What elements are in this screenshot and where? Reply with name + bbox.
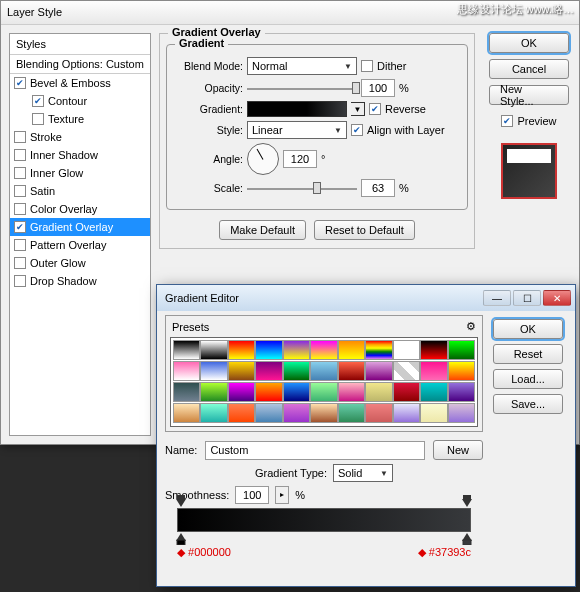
opacity-value[interactable]: 100 bbox=[361, 79, 395, 97]
angle-value[interactable]: 120 bbox=[283, 150, 317, 168]
preset-swatch[interactable] bbox=[200, 340, 227, 360]
style-item-color-overlay[interactable]: Color Overlay bbox=[10, 200, 150, 218]
opacity-slider[interactable] bbox=[247, 80, 357, 96]
make-default-button[interactable]: Make Default bbox=[219, 220, 306, 240]
preset-swatch[interactable] bbox=[173, 382, 200, 402]
preset-swatch[interactable] bbox=[310, 340, 337, 360]
preset-swatch[interactable] bbox=[228, 361, 255, 381]
preset-swatch[interactable] bbox=[200, 382, 227, 402]
preset-swatch[interactable] bbox=[200, 403, 227, 423]
preset-swatch[interactable] bbox=[338, 361, 365, 381]
grad-type-combo[interactable]: Solid bbox=[333, 464, 393, 482]
new-button[interactable]: New bbox=[433, 440, 483, 460]
dither-checkbox[interactable] bbox=[361, 60, 373, 72]
preset-swatch[interactable] bbox=[393, 340, 420, 360]
style-item-texture[interactable]: Texture bbox=[10, 110, 150, 128]
preset-swatch[interactable] bbox=[310, 361, 337, 381]
preset-swatch[interactable] bbox=[338, 382, 365, 402]
preset-swatch[interactable] bbox=[255, 382, 282, 402]
style-item-outer-glow[interactable]: Outer Glow bbox=[10, 254, 150, 272]
ge-reset-button[interactable]: Reset bbox=[493, 344, 563, 364]
preset-swatch[interactable] bbox=[310, 403, 337, 423]
ge-load-button[interactable]: Load... bbox=[493, 369, 563, 389]
preset-swatch[interactable] bbox=[420, 403, 447, 423]
preset-swatch[interactable] bbox=[448, 382, 475, 402]
style-checkbox[interactable] bbox=[14, 149, 26, 161]
preset-swatch[interactable] bbox=[255, 403, 282, 423]
smoothness-dropdown-icon[interactable]: ▸ bbox=[275, 486, 289, 504]
preset-swatch[interactable] bbox=[365, 382, 392, 402]
preset-swatch[interactable] bbox=[228, 340, 255, 360]
close-icon[interactable]: ✕ bbox=[543, 290, 571, 306]
style-checkbox[interactable]: ✔ bbox=[32, 95, 44, 107]
name-input[interactable] bbox=[205, 441, 425, 460]
preset-swatch[interactable] bbox=[173, 403, 200, 423]
align-checkbox[interactable]: ✔ bbox=[351, 124, 363, 136]
style-checkbox[interactable] bbox=[14, 131, 26, 143]
preset-swatch[interactable] bbox=[365, 340, 392, 360]
preset-swatch[interactable] bbox=[365, 361, 392, 381]
angle-dial[interactable] bbox=[247, 143, 279, 175]
blending-options[interactable]: Blending Options: Custom bbox=[10, 55, 150, 74]
style-checkbox[interactable] bbox=[14, 203, 26, 215]
style-checkbox[interactable]: ✔ bbox=[14, 221, 26, 233]
style-item-contour[interactable]: ✔Contour bbox=[10, 92, 150, 110]
preset-swatch[interactable] bbox=[283, 403, 310, 423]
style-checkbox[interactable] bbox=[14, 185, 26, 197]
style-item-drop-shadow[interactable]: Drop Shadow bbox=[10, 272, 150, 290]
gradient-bar[interactable] bbox=[177, 508, 471, 532]
style-checkbox[interactable] bbox=[14, 275, 26, 287]
gradient-dropdown-icon[interactable]: ▼ bbox=[351, 102, 365, 116]
preset-swatch[interactable] bbox=[420, 361, 447, 381]
preset-swatch[interactable] bbox=[420, 340, 447, 360]
preset-swatch[interactable] bbox=[310, 382, 337, 402]
ge-titlebar[interactable]: Gradient Editor — ☐ ✕ bbox=[157, 285, 575, 311]
preset-swatch[interactable] bbox=[228, 403, 255, 423]
style-item-satin[interactable]: Satin bbox=[10, 182, 150, 200]
maximize-icon[interactable]: ☐ bbox=[513, 290, 541, 306]
style-checkbox[interactable]: ✔ bbox=[14, 77, 26, 89]
preset-swatch[interactable] bbox=[393, 403, 420, 423]
style-item-stroke[interactable]: Stroke bbox=[10, 128, 150, 146]
preset-swatch[interactable] bbox=[255, 361, 282, 381]
ok-button[interactable]: OK bbox=[489, 33, 569, 53]
new-style-button[interactable]: New Style... bbox=[489, 85, 569, 105]
color-stop-right[interactable] bbox=[462, 533, 472, 545]
preset-swatch[interactable] bbox=[420, 382, 447, 402]
scale-value[interactable]: 63 bbox=[361, 179, 395, 197]
style-item-gradient-overlay[interactable]: ✔Gradient Overlay bbox=[10, 218, 150, 236]
cancel-button[interactable]: Cancel bbox=[489, 59, 569, 79]
preset-swatch[interactable] bbox=[393, 361, 420, 381]
preset-swatch[interactable] bbox=[393, 382, 420, 402]
gear-icon[interactable]: ⚙ bbox=[466, 320, 476, 333]
preset-swatch[interactable] bbox=[283, 340, 310, 360]
preset-swatch[interactable] bbox=[173, 361, 200, 381]
preset-swatch[interactable] bbox=[365, 403, 392, 423]
style-combo[interactable]: Linear bbox=[247, 121, 347, 139]
preset-swatch[interactable] bbox=[448, 340, 475, 360]
ge-save-button[interactable]: Save... bbox=[493, 394, 563, 414]
smoothness-value[interactable]: 100 bbox=[235, 486, 269, 504]
preset-swatch[interactable] bbox=[255, 340, 282, 360]
ge-ok-button[interactable]: OK bbox=[493, 319, 563, 339]
reset-default-button[interactable]: Reset to Default bbox=[314, 220, 415, 240]
color-stop-left[interactable] bbox=[176, 533, 186, 545]
style-checkbox[interactable] bbox=[14, 167, 26, 179]
gradient-swatch[interactable] bbox=[247, 101, 347, 117]
opacity-stop-left[interactable] bbox=[155, 271, 165, 283]
styles-header[interactable]: Styles bbox=[10, 34, 150, 55]
minimize-icon[interactable]: — bbox=[483, 290, 511, 306]
preset-swatch[interactable] bbox=[283, 361, 310, 381]
presets-grid[interactable] bbox=[170, 337, 478, 427]
style-checkbox[interactable] bbox=[14, 239, 26, 251]
preset-swatch[interactable] bbox=[200, 361, 227, 381]
scale-slider[interactable] bbox=[247, 180, 357, 196]
preset-swatch[interactable] bbox=[448, 403, 475, 423]
style-item-inner-glow[interactable]: Inner Glow bbox=[10, 164, 150, 182]
preset-swatch[interactable] bbox=[283, 382, 310, 402]
preset-swatch[interactable] bbox=[338, 340, 365, 360]
style-item-pattern-overlay[interactable]: Pattern Overlay bbox=[10, 236, 150, 254]
style-item-bevel-emboss[interactable]: ✔Bevel & Emboss bbox=[10, 74, 150, 92]
preset-swatch[interactable] bbox=[173, 340, 200, 360]
style-checkbox[interactable] bbox=[32, 113, 44, 125]
